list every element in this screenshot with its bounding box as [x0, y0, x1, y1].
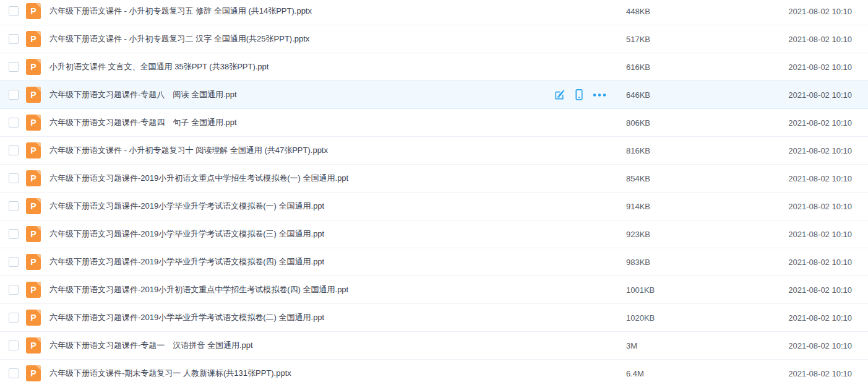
- row-checkbox[interactable]: [9, 368, 19, 378]
- ppt-file-icon: P: [26, 365, 41, 381]
- ppt-file-icon: P: [26, 59, 41, 75]
- row-checkbox[interactable]: [9, 285, 19, 295]
- file-date: 2021-08-02 10:10: [788, 313, 852, 323]
- ppt-file-icon: P: [26, 337, 41, 354]
- table-row[interactable]: P 六年级下册语文课件 - 小升初专题复习五 修辞 全国通用 (共14张PPT)…: [0, 0, 868, 25]
- table-row[interactable]: P 六年级下册语文习题课件-专题八 阅读 全国通用.ppt: [0, 81, 868, 109]
- file-type-letter: P: [30, 229, 36, 239]
- file-name[interactable]: 六年级下册语文习题课件-2019小升初语文重点中学招生考试模拟卷(一) 全国通用…: [49, 173, 348, 184]
- file-date: 2021-08-02 10:10: [788, 90, 852, 100]
- file-size: 1020KB: [626, 313, 655, 323]
- file-date: 2021-08-02 10:10: [788, 341, 852, 350]
- file-name[interactable]: 六年级下册语文课件 - 小升初专题复习五 修辞 全国通用 (共14张PPT).p…: [49, 6, 312, 17]
- file-name[interactable]: 六年级下册语文习题课件-2019小学毕业升学考试语文模拟卷(四) 全国通用.pp…: [49, 256, 324, 267]
- file-size: 806KB: [626, 118, 650, 128]
- file-date: 2021-08-02 10:10: [788, 174, 852, 183]
- table-row[interactable]: P 六年级下册语文习题课件-专题一 汉语拼音 全国通用.ppt: [0, 332, 868, 360]
- file-type-letter: P: [30, 173, 36, 183]
- file-size: 517KB: [626, 35, 650, 44]
- file-type-letter: P: [30, 368, 36, 378]
- more-dots-icon[interactable]: [593, 93, 606, 97]
- file-date: 2021-08-02 10:10: [788, 63, 852, 72]
- file-type-letter: P: [30, 341, 36, 350]
- table-row[interactable]: P 六年级下册语文习题课件-2019小升初语文重点中学招生考试模拟卷(四) 全国…: [0, 276, 868, 304]
- table-row[interactable]: P 六年级下册语文习题课件-2019小学毕业升学考试语文模拟卷(二) 全国通用.…: [0, 304, 868, 332]
- file-type-letter: P: [30, 145, 36, 155]
- ppt-file-icon: P: [26, 31, 41, 47]
- edit-icon[interactable]: [554, 89, 565, 101]
- file-type-letter: P: [30, 6, 36, 16]
- ppt-file-icon: P: [26, 226, 41, 242]
- file-date: 2021-08-02 10:10: [788, 202, 852, 211]
- file-name[interactable]: 六年级下册语文习题课件-专题一 汉语拼音 全国通用.ppt: [49, 340, 253, 351]
- row-checkbox[interactable]: [9, 6, 19, 16]
- file-date: 2021-08-02 10:10: [788, 35, 852, 44]
- file-size: 923KB: [626, 230, 650, 239]
- table-row[interactable]: P 六年级下册语文课件 - 小升初专题复习二 汉字 全国通用(共25张PPT).…: [0, 25, 868, 53]
- file-size: 3M: [626, 341, 637, 350]
- table-row[interactable]: P 六年级下册语文习题课件-2019小学毕业升学考试语文模拟卷(四) 全国通用.…: [0, 248, 868, 276]
- file-size: 816KB: [626, 146, 650, 155]
- file-type-letter: P: [30, 257, 36, 267]
- row-actions: [554, 89, 606, 101]
- file-name[interactable]: 六年级下册语文习题课件-2019小学毕业升学考试语文模拟卷(三) 全国通用.pp…: [49, 228, 324, 240]
- row-checkbox[interactable]: [9, 313, 19, 323]
- file-size: 616KB: [626, 63, 650, 72]
- ppt-file-icon: P: [26, 310, 41, 326]
- file-size: 1001KB: [626, 285, 655, 295]
- ppt-file-icon: P: [26, 3, 41, 19]
- file-type-letter: P: [30, 118, 36, 128]
- file-type-letter: P: [30, 34, 36, 44]
- file-name[interactable]: 六年级下册语文习题课件-2019小升初语文重点中学招生考试模拟卷(四) 全国通用…: [49, 284, 348, 295]
- row-checkbox[interactable]: [9, 145, 19, 155]
- row-checkbox[interactable]: [9, 201, 19, 211]
- file-date: 2021-08-02 10:10: [788, 369, 852, 378]
- ppt-file-icon: P: [26, 198, 41, 214]
- file-name[interactable]: 六年级下册语文习题课件-专题四 句子 全国通用.ppt: [49, 117, 237, 128]
- row-checkbox[interactable]: [9, 90, 19, 100]
- row-checkbox[interactable]: [9, 229, 19, 239]
- file-size: 914KB: [626, 202, 650, 211]
- file-size: 6.4M: [626, 369, 644, 378]
- table-row[interactable]: P 六年级下册语文习题课件-2019小升初语文重点中学招生考试模拟卷(一) 全国…: [0, 165, 868, 193]
- ppt-file-icon: P: [26, 115, 41, 131]
- file-size: 448KB: [626, 7, 650, 16]
- ppt-file-icon: P: [26, 254, 41, 270]
- file-name[interactable]: 六年级下册语文课件-期末专题复习一 人教新课标(共131张PPT).pptx: [49, 368, 291, 379]
- file-name[interactable]: 六年级下册语文课件 - 小升初专题复习二 汉字 全国通用(共25张PPT).pp…: [49, 33, 309, 45]
- row-checkbox[interactable]: [9, 62, 19, 72]
- send-to-mobile-icon[interactable]: [574, 89, 584, 101]
- file-size: 983KB: [626, 258, 650, 267]
- row-checkbox[interactable]: [9, 341, 19, 350]
- file-date: 2021-08-02 10:10: [788, 285, 852, 295]
- file-name[interactable]: 六年级下册语文习题课件-2019小学毕业升学考试语文模拟卷(一) 全国通用.pp…: [49, 201, 324, 212]
- row-checkbox[interactable]: [9, 257, 19, 267]
- table-row[interactable]: P 六年级下册语文习题课件-专题四 句子 全国通用.ppt: [0, 109, 868, 137]
- file-date: 2021-08-02 10:10: [788, 118, 852, 128]
- file-name[interactable]: 六年级下册语文习题课件-2019小学毕业升学考试语文模拟卷(二) 全国通用.pp…: [49, 312, 324, 323]
- file-type-letter: P: [30, 201, 36, 211]
- file-name[interactable]: 小升初语文课件 文言文、全国通用 35张PPT (共38张PPT).ppt: [49, 61, 269, 72]
- table-row[interactable]: P 小升初语文课件 文言文、全国通用 35张PPT (共38张PPT).ppt: [0, 53, 868, 81]
- file-name[interactable]: 六年级下册语文课件 - 小升初专题复习十 阅读理解 全国通用 (共47张PPT)…: [49, 145, 328, 156]
- file-date: 2021-08-02 10:10: [788, 7, 852, 16]
- file-date: 2021-08-02 10:10: [788, 146, 852, 155]
- file-type-letter: P: [30, 313, 36, 323]
- table-row[interactable]: P 六年级下册语文课件 - 小升初专题复习十 阅读理解 全国通用 (共47张PP…: [0, 137, 868, 165]
- row-checkbox[interactable]: [9, 34, 19, 44]
- ppt-file-icon: P: [26, 170, 41, 186]
- file-type-letter: P: [30, 62, 36, 72]
- ppt-file-icon: P: [26, 282, 41, 298]
- file-date: 2021-08-02 10:10: [788, 230, 852, 239]
- row-checkbox[interactable]: [9, 173, 19, 183]
- table-row[interactable]: P 六年级下册语文习题课件-2019小学毕业升学考试语文模拟卷(三) 全国通用.…: [0, 220, 868, 248]
- table-row[interactable]: P 六年级下册语文课件-期末专题复习一 人教新课标(共131张PPT).pptx: [0, 360, 868, 382]
- table-row[interactable]: P 六年级下册语文习题课件-2019小学毕业升学考试语文模拟卷(一) 全国通用.…: [0, 193, 868, 220]
- row-checkbox[interactable]: [9, 118, 19, 128]
- file-name[interactable]: 六年级下册语文习题课件-专题八 阅读 全国通用.ppt: [49, 89, 237, 100]
- file-size: 646KB: [626, 90, 650, 100]
- file-type-letter: P: [30, 285, 36, 295]
- file-list: P 六年级下册语文课件 - 小升初专题复习五 修辞 全国通用 (共14张PPT)…: [0, 0, 868, 382]
- ppt-file-icon: P: [26, 142, 41, 158]
- file-date: 2021-08-02 10:10: [788, 258, 852, 267]
